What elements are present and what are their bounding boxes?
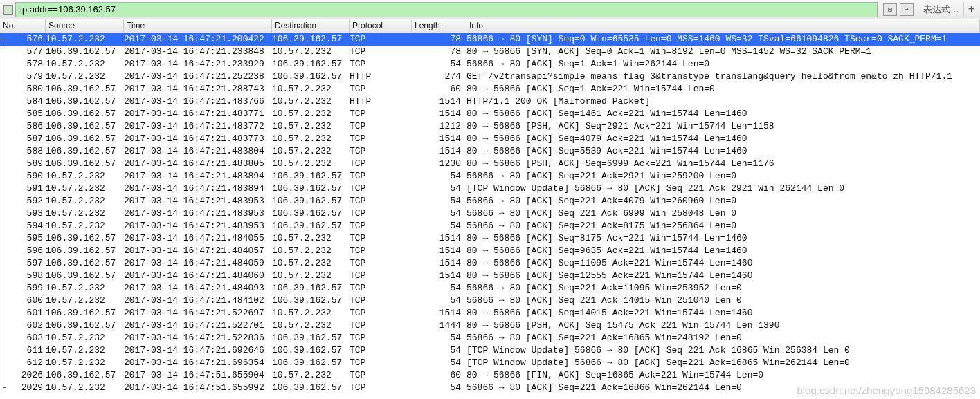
table-row[interactable]: 584106.39.162.572017-03-14 16:47:21.4837… (0, 95, 980, 108)
cell-info: 80 → 56866 [ACK] Seq=11095 Ack=221 Win=1… (466, 257, 980, 270)
conversation-tree-icon (0, 270, 7, 282)
cell-time: 2017-03-14 16:47:21.483805 (124, 158, 272, 170)
cell-info: 80 → 56866 [ACK] Seq=9635 Ack=221 Win=15… (466, 245, 980, 257)
cell-time: 2017-03-14 16:47:21.522697 (124, 307, 272, 319)
cell-length: 54 (412, 207, 466, 220)
cell-source: 106.39.162.57 (46, 232, 124, 245)
expression-button[interactable]: 表达式… (919, 3, 963, 16)
table-row[interactable]: 601106.39.162.572017-03-14 16:47:21.5226… (0, 307, 980, 319)
table-row[interactable]: 61110.57.2.2322017-03-14 16:47:21.692646… (0, 344, 980, 357)
table-row[interactable]: 602106.39.162.572017-03-14 16:47:21.5227… (0, 319, 980, 332)
conversation-tree-icon (0, 382, 7, 394)
conversation-tree-icon (0, 158, 7, 170)
cell-no: 584 (7, 95, 46, 108)
conversation-tree-icon (0, 220, 7, 232)
header-no[interactable]: No. (0, 19, 46, 33)
cell-length: 54 (412, 332, 466, 344)
cell-info: 80 → 56866 [ACK] Seq=4079 Ack=221 Win=15… (466, 133, 980, 145)
cell-length: 54 (412, 382, 466, 394)
cell-protocol: TCP (350, 207, 412, 220)
table-row[interactable]: 595106.39.162.572017-03-14 16:47:21.4840… (0, 232, 980, 245)
table-row[interactable]: 202910.57.2.2322017-03-14 16:47:51.65599… (0, 382, 980, 394)
cell-source: 106.39.162.57 (46, 369, 124, 382)
table-row[interactable]: 598106.39.162.572017-03-14 16:47:21.4840… (0, 270, 980, 282)
display-filter-input[interactable] (15, 2, 878, 17)
cell-time: 2017-03-14 16:47:21.233929 (124, 58, 272, 71)
cell-no: 594 (7, 220, 46, 232)
table-row[interactable]: 59210.57.2.2322017-03-14 16:47:21.483953… (0, 195, 980, 207)
table-row[interactable]: 597106.39.162.572017-03-14 16:47:21.4840… (0, 257, 980, 270)
table-row[interactable]: 59110.57.2.2322017-03-14 16:47:21.483894… (0, 183, 980, 195)
cell-destination: 106.39.162.57 (272, 344, 350, 357)
cell-info: 80 → 56866 [ACK] Seq=1 Ack=221 Win=15744… (466, 83, 980, 95)
cell-length: 274 (412, 71, 466, 83)
header-length[interactable]: Length (412, 19, 466, 33)
cell-source: 10.57.2.232 (46, 295, 124, 307)
cell-no: 612 (7, 357, 46, 369)
table-row[interactable]: 586106.39.162.572017-03-14 16:47:21.4837… (0, 120, 980, 133)
header-destination[interactable]: Destination (272, 19, 350, 33)
cell-protocol: TCP (350, 46, 412, 58)
table-row[interactable]: 60010.57.2.2322017-03-14 16:47:21.484102… (0, 295, 980, 307)
table-row[interactable]: 587106.39.162.572017-03-14 16:47:21.4837… (0, 133, 980, 145)
table-row[interactable]: 585106.39.162.572017-03-14 16:47:21.4837… (0, 108, 980, 120)
cell-source: 106.39.162.57 (46, 158, 124, 170)
filter-bookmark-icon[interactable] (1, 3, 15, 16)
cell-time: 2017-03-14 16:47:21.288743 (124, 83, 272, 95)
cell-source: 10.57.2.232 (46, 282, 124, 295)
cell-time: 2017-03-14 16:47:21.233848 (124, 46, 272, 58)
table-row[interactable]: 61210.57.2.2322017-03-14 16:47:21.696354… (0, 357, 980, 369)
cell-time: 2017-03-14 16:47:21.483804 (124, 145, 272, 158)
cell-source: 10.57.2.232 (46, 195, 124, 207)
apply-filter-icon[interactable]: ➔ (900, 3, 914, 16)
table-row[interactable]: 59310.57.2.2322017-03-14 16:47:21.483953… (0, 207, 980, 220)
table-row[interactable]: 580106.39.162.572017-03-14 16:47:21.2887… (0, 83, 980, 95)
table-row[interactable]: 59910.57.2.2322017-03-14 16:47:21.484093… (0, 282, 980, 295)
table-row[interactable]: 59010.57.2.2322017-03-14 16:47:21.483894… (0, 170, 980, 183)
table-row[interactable]: 2026106.39.162.572017-03-14 16:47:51.655… (0, 369, 980, 382)
add-filter-button[interactable]: + (963, 2, 979, 17)
cell-no: 593 (7, 207, 46, 220)
header-protocol[interactable]: Protocol (350, 19, 412, 33)
table-row[interactable]: 60310.57.2.2322017-03-14 16:47:21.522836… (0, 332, 980, 344)
cell-time: 2017-03-14 16:47:21.483953 (124, 207, 272, 220)
table-row[interactable]: 57610.57.2.2322017-03-14 16:47:21.200422… (0, 33, 980, 46)
conversation-tree-icon (0, 245, 7, 257)
cell-protocol: TCP (350, 257, 412, 270)
table-row[interactable]: 59410.57.2.2322017-03-14 16:47:21.483953… (0, 220, 980, 232)
table-row[interactable]: 588106.39.162.572017-03-14 16:47:21.4838… (0, 145, 980, 158)
table-row[interactable]: 577106.39.162.572017-03-14 16:47:21.2338… (0, 46, 980, 58)
table-row[interactable]: 596106.39.162.572017-03-14 16:47:21.4840… (0, 245, 980, 257)
cell-source: 106.39.162.57 (46, 46, 124, 58)
cell-protocol: TCP (350, 344, 412, 357)
cell-length: 1514 (412, 133, 466, 145)
cell-source: 10.57.2.232 (46, 58, 124, 71)
cell-protocol: TCP (350, 382, 412, 394)
cell-length: 54 (412, 58, 466, 71)
table-row[interactable]: 57810.57.2.2322017-03-14 16:47:21.233929… (0, 58, 980, 71)
cell-protocol: TCP (350, 357, 412, 369)
table-row[interactable]: 589106.39.162.572017-03-14 16:47:21.4838… (0, 158, 980, 170)
header-info[interactable]: Info (466, 19, 980, 33)
table-row[interactable]: 57910.57.2.2322017-03-14 16:47:21.252238… (0, 71, 980, 83)
cell-protocol: HTTP (350, 71, 412, 83)
cell-time: 2017-03-14 16:47:21.484060 (124, 270, 272, 282)
cell-info: 56866 → 80 [ACK] Seq=221 Ack=8175 Win=25… (466, 220, 980, 232)
cell-protocol: TCP (350, 33, 412, 46)
header-time[interactable]: Time (124, 19, 272, 33)
cell-info: [TCP Window Update] 56866 → 80 [ACK] Seq… (466, 357, 980, 369)
cell-destination: 10.57.2.232 (272, 95, 350, 108)
cell-no: 590 (7, 170, 46, 183)
cell-length: 54 (412, 357, 466, 369)
cell-no: 611 (7, 344, 46, 357)
cell-no: 586 (7, 120, 46, 133)
cell-length: 54 (412, 170, 466, 183)
packet-list[interactable]: 57610.57.2.2322017-03-14 16:47:21.200422… (0, 33, 980, 394)
cell-info: 80 → 56866 [SYN, ACK] Seq=0 Ack=1 Win=81… (466, 46, 980, 58)
cell-time: 2017-03-14 16:47:21.484055 (124, 232, 272, 245)
header-source[interactable]: Source (46, 19, 124, 33)
cell-no: 601 (7, 307, 46, 319)
clear-filter-icon[interactable]: ⊠ (883, 3, 897, 16)
cell-destination: 106.39.162.57 (272, 332, 350, 344)
cell-info: 56866 → 80 [ACK] Seq=1 Ack=1 Win=262144 … (466, 58, 980, 71)
